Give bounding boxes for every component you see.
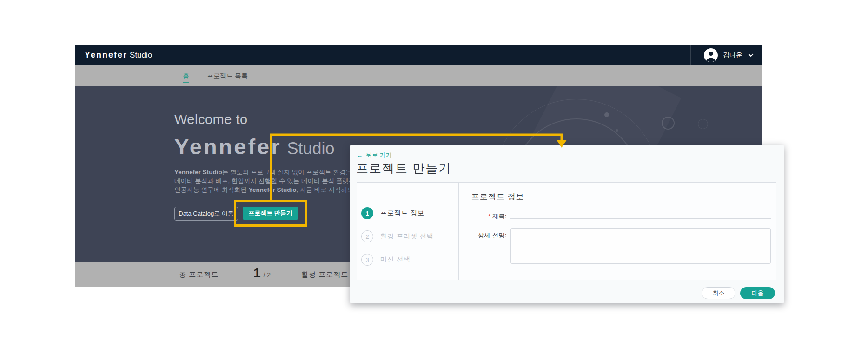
welcome-text: Welcome to <box>174 112 248 127</box>
step-machine-select[interactable]: 3 머신 선택 <box>361 254 458 266</box>
step-2-badge: 2 <box>361 230 373 242</box>
project-info-form: 프로젝트 정보 *제목: 상세 설명: <box>459 183 776 280</box>
title-field-label: *제목: <box>459 212 507 221</box>
nav-bar: 홈 프로젝트 목록 <box>75 65 762 86</box>
step-project-info[interactable]: 1 프로젝트 정보 <box>361 207 458 219</box>
cancel-button[interactable]: 취소 <box>702 287 735 299</box>
app-logo-brand: Yennefer <box>85 50 127 59</box>
step-connector <box>371 221 371 229</box>
total-projects-value: 1 / 2 <box>253 266 271 281</box>
user-avatar-icon <box>704 48 718 62</box>
modal-footer: 취소 다음 <box>702 287 775 299</box>
desc-bold-1: Yennefer Studio <box>174 169 222 176</box>
title-input[interactable] <box>510 209 771 219</box>
create-project-button[interactable]: 프로젝트 만들기 <box>243 207 298 220</box>
hero-logo-suffix: Studio <box>287 139 335 158</box>
decor-ring-tiny <box>698 119 708 129</box>
tab-project-list[interactable]: 프로젝트 목록 <box>207 65 248 86</box>
next-button[interactable]: 다음 <box>740 287 775 299</box>
desc-field-label: 상세 설명: <box>459 231 507 240</box>
create-project-modal: ← 뒤로 가기 프로젝트 만들기 1 프로젝트 정보 2 환경 프리셋 선택 3… <box>350 145 784 303</box>
user-menu[interactable]: 김다운 <box>690 45 754 65</box>
tutorial-highlight-box: 프로젝트 만들기 <box>234 200 307 227</box>
back-arrow-icon: ← <box>357 152 363 159</box>
hero-logo: YenneferStudio <box>174 134 335 159</box>
chevron-down-icon <box>748 53 754 57</box>
decor-dot <box>604 112 609 117</box>
desc-line-2: 데이터 분석과 배포, 협업까지 진행할 수 있는 데이터 분석 플랫폼입니 <box>174 177 368 184</box>
tab-project-list-label: 프로젝트 목록 <box>207 72 248 80</box>
app-logo[interactable]: YenneferStudio <box>85 50 152 60</box>
step-1-badge: 1 <box>361 207 373 219</box>
hero-logo-main: Yennefer <box>174 134 282 159</box>
title-label-text: 제목: <box>492 213 507 220</box>
step-connector <box>371 244 371 252</box>
tab-home-label: 홈 <box>183 72 189 80</box>
total-projects-label: 총 프로젝트 <box>179 270 219 279</box>
top-header: YenneferStudio 김다운 <box>75 45 762 65</box>
decor-ring-small <box>662 117 675 130</box>
step-3-badge: 3 <box>361 254 373 266</box>
step-3-label: 머신 선택 <box>380 255 411 264</box>
step-list: 1 프로젝트 정보 2 환경 프리셋 선택 3 머신 선택 <box>357 183 459 280</box>
decor-dot-small <box>616 129 618 132</box>
user-name: 김다운 <box>723 51 742 59</box>
modal-title: 프로젝트 만들기 <box>356 160 451 177</box>
desc-pre-3: 인공지능 연구에 최적화된 <box>174 186 249 193</box>
modal-content-box: 1 프로젝트 정보 2 환경 프리셋 선택 3 머신 선택 프로젝트 정보 <box>357 182 776 280</box>
data-catalog-button[interactable]: Data Catalog로 이동 <box>174 207 238 221</box>
total-projects-denominator: / 2 <box>264 271 271 279</box>
back-link-label: 뒤로 가기 <box>366 151 392 159</box>
form-heading: 프로젝트 정보 <box>471 191 524 202</box>
active-projects-label: 활성 프로젝트 <box>301 270 348 279</box>
step-2-label: 환경 프리셋 선택 <box>380 232 434 241</box>
back-link[interactable]: ← 뒤로 가기 <box>357 151 392 159</box>
tab-home[interactable]: 홈 <box>183 65 189 86</box>
page: YenneferStudio 김다운 홈 프로젝트 목록 <box>0 0 868 360</box>
step-env-preset[interactable]: 2 환경 프리셋 선택 <box>361 230 458 242</box>
total-projects-count: 1 <box>253 266 261 281</box>
step-1-label: 프로젝트 정보 <box>380 209 424 217</box>
description-textarea[interactable] <box>510 228 771 264</box>
required-mark: * <box>488 213 491 220</box>
desc-bold-3: Yennefer Studio <box>249 186 297 193</box>
app-logo-suffix: Studio <box>130 51 152 59</box>
